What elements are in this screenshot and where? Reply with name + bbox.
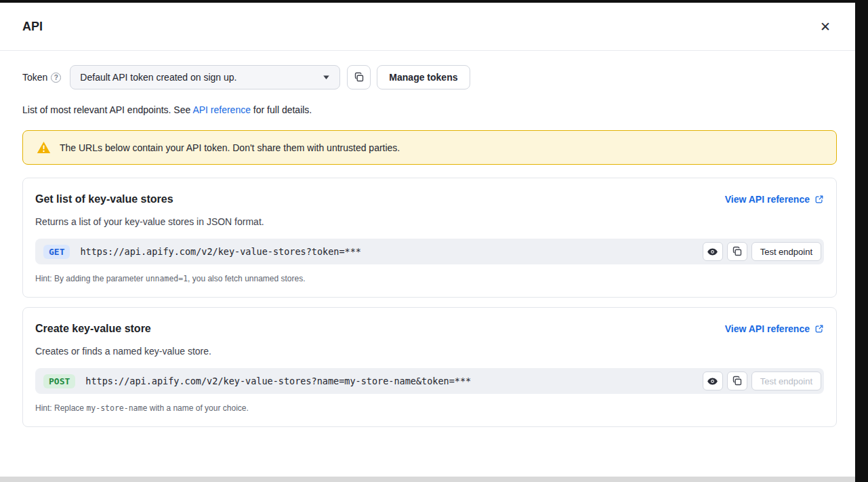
endpoint-title: Create key-value store (35, 323, 151, 335)
modal-header: API ✕ (0, 3, 855, 51)
token-select-value: Default API token created on sign up. (80, 72, 236, 83)
view-api-reference-link[interactable]: View API reference (725, 323, 824, 334)
code-actions: Test endpoint (703, 371, 821, 390)
chevron-down-icon (323, 75, 330, 80)
token-row: Token ? Default API token created on sig… (22, 65, 837, 89)
endpoint-url: https://api.apify.com/v2/key-value-store… (80, 246, 702, 257)
api-modal: API ✕ Token ? Default API token created … (0, 3, 855, 477)
close-icon[interactable]: ✕ (820, 20, 831, 33)
endpoint-url-bar: POST https://api.apify.com/v2/key-value-… (35, 368, 824, 394)
api-reference-link[interactable]: API reference (192, 104, 251, 115)
endpoint-card-get-list: Get list of key-value stores View API re… (22, 178, 837, 298)
page-background-strip (0, 477, 855, 482)
manage-tokens-button[interactable]: Manage tokens (377, 65, 470, 89)
external-link-icon (814, 195, 824, 204)
token-label: Token (22, 72, 47, 83)
view-api-reference-label: View API reference (725, 323, 810, 334)
external-link-icon (814, 324, 824, 334)
page-title: API (22, 20, 43, 34)
modal-body: Token ? Default API token created on sig… (0, 51, 855, 427)
copy-token-button[interactable] (347, 65, 371, 89)
eye-icon (707, 376, 718, 387)
help-icon[interactable]: ? (51, 73, 61, 83)
hint-text-after: with a name of your choice. (147, 403, 248, 413)
copy-url-button[interactable] (727, 371, 747, 390)
copy-icon (732, 376, 743, 386)
hint-text-before: Hint: By adding the parameter (35, 274, 146, 283)
intro-text-before: List of most relevant API endpoints. See (22, 104, 192, 115)
test-endpoint-button[interactable]: Test endpoint (751, 371, 821, 390)
endpoint-url-bar: GET https://api.apify.com/v2/key-value-s… (35, 239, 824, 264)
warning-banner: The URLs below contain your API token. D… (22, 130, 837, 165)
view-api-reference-label: View API reference (725, 194, 810, 205)
reveal-token-button[interactable] (703, 242, 723, 261)
endpoint-url: https://api.apify.com/v2/key-value-store… (85, 376, 702, 386)
copy-icon (732, 246, 743, 257)
intro-text-after: for full details. (251, 104, 312, 115)
code-actions: Test endpoint (703, 242, 821, 261)
endpoint-title: Get list of key-value stores (35, 193, 173, 205)
warning-text: The URLs below contain your API token. D… (60, 142, 400, 153)
card-head: Create key-value store View API referenc… (35, 323, 824, 335)
hint-text-after: , you also fetch unnamed stores. (188, 274, 305, 283)
endpoint-hint: Hint: By adding the parameter unnamed=1,… (35, 274, 824, 283)
endpoint-description: Returns a list of your key-value stores … (35, 216, 824, 227)
hint-text-before: Hint: Replace (35, 403, 86, 413)
token-select[interactable]: Default API token created on sign up. (70, 65, 340, 89)
method-badge: GET (43, 245, 70, 259)
method-badge: POST (43, 374, 75, 388)
copy-url-button[interactable] (727, 242, 747, 261)
endpoint-description: Creates or finds a named key-value store… (35, 346, 824, 357)
reveal-token-button[interactable] (703, 371, 723, 390)
intro-text: List of most relevant API endpoints. See… (22, 104, 837, 115)
hint-code: my-store-name (86, 403, 147, 413)
view-api-reference-link[interactable]: View API reference (725, 194, 824, 205)
endpoint-card-create-store: Create key-value store View API referenc… (22, 307, 837, 427)
card-head: Get list of key-value stores View API re… (35, 193, 824, 205)
copy-icon (354, 72, 365, 83)
hint-code: unnamed=1 (146, 274, 188, 283)
eye-icon (707, 246, 718, 258)
test-endpoint-button[interactable]: Test endpoint (751, 242, 821, 261)
warning-icon (37, 141, 51, 154)
endpoint-hint: Hint: Replace my-store-name with a name … (35, 403, 824, 413)
